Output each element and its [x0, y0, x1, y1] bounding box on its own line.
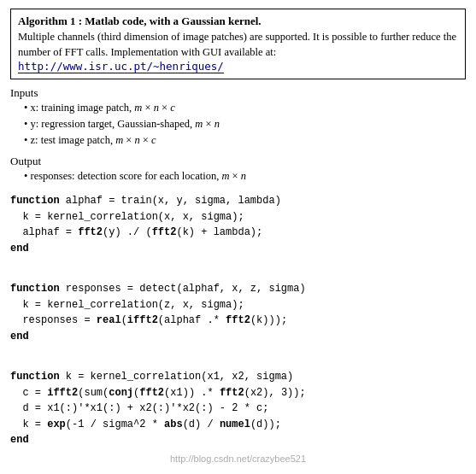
- outputs-section: Output responses: detection score for ea…: [10, 155, 466, 184]
- kw-fft2-4: fft2: [139, 387, 164, 399]
- algo-desc: Multiple channels (third dimension of im…: [18, 30, 458, 60]
- kw-end-3: end: [10, 434, 29, 446]
- kw-fft2-3: fft2: [226, 314, 250, 326]
- inputs-section: Inputs x: training image patch, m × n × …: [10, 86, 466, 148]
- kw-real: real: [97, 314, 121, 326]
- kw-fft2-1: fft2: [78, 226, 103, 238]
- algorithm-box: Algorithm 1 : Matlab code, with a Gaussi…: [10, 9, 466, 79]
- kw-function-3: function: [10, 371, 60, 383]
- code-block-2: function responses = detect(alphaf, x, z…: [10, 265, 466, 344]
- kw-function-2: function: [10, 283, 60, 295]
- input-item-y: y: regression target, Gaussian-shaped, m…: [24, 116, 466, 132]
- outputs-label: Output: [10, 155, 41, 167]
- kw-exp: exp: [47, 418, 66, 430]
- kw-ifft2-2: ifft2: [47, 387, 78, 399]
- kw-end-1: end: [10, 243, 29, 255]
- code-block-3: function k = kernel_correlation(x1, x2, …: [10, 353, 466, 448]
- kw-end-2: end: [10, 331, 29, 342]
- kw-function-1: function: [10, 195, 60, 207]
- inputs-label: Inputs: [10, 86, 38, 99]
- kw-abs: abs: [164, 418, 183, 430]
- kw-conj: conj: [109, 387, 133, 399]
- url-link[interactable]: http://www.isr.uc.pt/~henriques/: [18, 60, 224, 73]
- kw-ifft2-1: ifft2: [127, 314, 158, 326]
- algo-url[interactable]: http://www.isr.uc.pt/~henriques/: [18, 60, 458, 73]
- input-item-x: x: training image patch, m × n × c: [24, 100, 466, 116]
- watermark: http://blog.csdn.net/crazybee521: [10, 454, 466, 464]
- kw-fft2-5: fft2: [220, 387, 244, 399]
- inputs-list: x: training image patch, m × n × c y: re…: [10, 100, 466, 148]
- algo-title: Algorithm 1 : Matlab code, with a Gaussi…: [18, 15, 458, 28]
- input-item-z: z: test image patch, m × n × c: [24, 132, 466, 149]
- code-block-1: function alphaf = train(x, y, sigma, lam…: [10, 193, 466, 256]
- kw-numel: numel: [220, 418, 250, 430]
- kw-fft2-2: fft2: [152, 226, 177, 238]
- output-item-responses: responses: detection score for each loca…: [24, 168, 466, 184]
- outputs-list: responses: detection score for each loca…: [10, 168, 466, 184]
